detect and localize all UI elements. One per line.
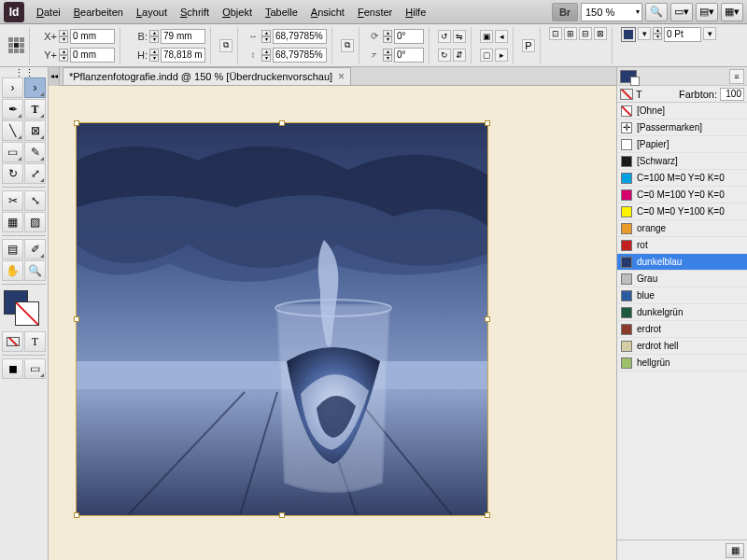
fit-content-icon[interactable]: ⊡ — [549, 27, 562, 40]
gradient-feather-tool[interactable]: ▨ — [24, 212, 46, 232]
note-tool[interactable]: ▤ — [2, 239, 23, 259]
free-transform-tool[interactable]: ⤡ — [24, 190, 46, 211]
zoom-select[interactable]: 150 % — [581, 3, 642, 21]
close-tab-icon[interactable]: × — [338, 70, 345, 83]
swatch-row[interactable]: dunkelgrün — [617, 304, 747, 321]
x-spinner[interactable]: ▴▾ — [59, 30, 68, 43]
scale-tool[interactable]: ⤢ — [24, 163, 46, 184]
container-fill-icon[interactable] — [620, 89, 633, 100]
handle-top-right[interactable] — [485, 120, 490, 126]
shear-spinner[interactable]: ▴▾ — [383, 49, 392, 62]
link-scale-icon[interactable]: ⧉ — [341, 39, 354, 52]
handle-mid-right[interactable] — [485, 316, 490, 322]
fit-prop-icon[interactable]: ⊠ — [594, 27, 607, 40]
swatch-row[interactable]: dunkelblau — [617, 254, 747, 271]
handle-bot-right[interactable] — [485, 512, 490, 518]
link-wh-icon[interactable]: ⧉ — [219, 39, 233, 52]
swatch-row[interactable]: [Schwarz] — [617, 153, 747, 170]
arrange-icon[interactable]: ▤▾ — [696, 3, 718, 21]
handle-bot-mid[interactable] — [279, 512, 285, 518]
workspace-icon[interactable]: ▦▾ — [721, 3, 743, 21]
pencil-tool[interactable]: ✎ — [24, 142, 46, 162]
tint-input[interactable] — [720, 88, 744, 101]
swatch-row[interactable]: C=0 M=100 Y=0 K=0 — [617, 187, 747, 203]
menu-bjekt[interactable]: Objekt — [216, 7, 259, 18]
x-input[interactable] — [70, 29, 115, 44]
stroke-weight-spinner[interactable]: ▴▾ — [653, 27, 662, 64]
swatch-row[interactable]: [Ohne] — [617, 103, 747, 119]
fill-swatch-mini[interactable] — [621, 27, 636, 42]
rotate-ccw-icon[interactable]: ↺ — [438, 30, 451, 43]
gradient-tool[interactable]: ▦ — [2, 212, 23, 232]
menu-ilfe[interactable]: Hilfe — [399, 7, 432, 18]
header-fill-swatch[interactable] — [620, 70, 637, 83]
menu-ayout[interactable]: Layout — [130, 7, 174, 18]
canvas[interactable] — [49, 86, 616, 560]
swatch-row[interactable]: C=0 M=0 Y=100 K=0 — [617, 203, 747, 220]
handle-bot-left[interactable] — [74, 512, 79, 518]
swatch-row[interactable]: Grau — [617, 271, 747, 287]
apply-color-icon[interactable]: ◼ — [2, 358, 23, 379]
menu-earbeiten[interactable]: Bearbeiten — [67, 7, 130, 18]
swatch-row[interactable]: blue — [617, 287, 747, 304]
scale-y-input[interactable] — [273, 48, 327, 63]
text-wrap-icon[interactable]: P — [522, 39, 535, 52]
center-content-icon[interactable]: ⊟ — [579, 27, 592, 40]
swatch-row[interactable]: hellgrün — [617, 355, 747, 371]
formatting-affects-text-icon[interactable]: T — [24, 331, 46, 352]
search-icon[interactable]: 🔍 — [645, 3, 668, 21]
menu-abelle[interactable]: Tabelle — [259, 7, 304, 18]
text-fill-icon[interactable]: T — [636, 89, 649, 100]
handle-mid-left[interactable] — [74, 316, 79, 322]
eyedropper-tool[interactable]: ✐ — [24, 239, 46, 259]
y-input[interactable] — [70, 48, 115, 63]
screen-mode-tool[interactable]: ▭ — [24, 358, 46, 379]
shear-input[interactable] — [394, 48, 424, 63]
swatch-row[interactable]: rot — [617, 237, 747, 254]
y-spinner[interactable]: ▴▾ — [59, 49, 68, 62]
rotate-input[interactable] — [394, 29, 424, 44]
scissors-tool[interactable]: ✂ — [2, 190, 23, 211]
apply-fill-icon[interactable] — [2, 331, 23, 352]
select-next-icon[interactable]: ▸ — [495, 49, 508, 62]
document-tab[interactable]: *Pflanzenfotografie.indd @ 150 % [Überdr… — [63, 67, 351, 85]
sx-spinner[interactable]: ▴▾ — [261, 30, 271, 43]
swatch-row[interactable]: orange — [617, 220, 747, 237]
handle-top-left[interactable] — [74, 120, 79, 126]
frame-tool[interactable]: ⊠ — [24, 120, 46, 141]
h-spinner[interactable]: ▴▾ — [149, 49, 159, 62]
fill-dropdown-icon[interactable]: ▾ — [638, 27, 651, 40]
hand-tool[interactable]: ✋ — [2, 260, 23, 281]
rotate-tool[interactable]: ↻ — [2, 163, 23, 184]
handle-top-mid[interactable] — [279, 120, 285, 126]
type-tool[interactable]: T — [24, 99, 46, 119]
swatch-row[interactable]: C=100 M=0 Y=0 K=0 — [617, 170, 747, 187]
toolbox-grip[interactable]: ⋮⋮ — [2, 69, 46, 77]
rect-tool[interactable]: ▭ — [2, 142, 23, 162]
screen-mode-icon[interactable]: ▭▾ — [670, 3, 693, 21]
swatch-row[interactable]: erdrot — [617, 321, 747, 338]
direct-select-tool[interactable]: › — [24, 77, 46, 98]
selection-tool[interactable]: › — [2, 77, 23, 98]
h-input[interactable] — [161, 48, 205, 63]
new-swatch-icon[interactable]: ▦ — [726, 543, 744, 558]
menu-atei[interactable]: Datei — [30, 7, 67, 18]
menu-enster[interactable]: Fenster — [351, 7, 399, 18]
placed-image[interactable] — [77, 123, 487, 515]
flip-v-icon[interactable]: ⇵ — [453, 49, 466, 62]
zoom-tool[interactable]: 🔍 — [24, 260, 46, 281]
bridge-button[interactable]: Br — [552, 3, 578, 21]
rotate-cw-icon[interactable]: ↻ — [438, 49, 451, 62]
reference-point-grid[interactable] — [8, 37, 24, 53]
stroke-weight-dropdown[interactable]: ▾ — [703, 27, 716, 40]
swatch-row[interactable]: ✛[Passermarken] — [617, 119, 747, 136]
swatch-row[interactable]: [Papier] — [617, 136, 747, 153]
collapse-panels-icon[interactable]: ◂◂ — [49, 67, 60, 86]
fit-frame-icon[interactable]: ⊞ — [564, 27, 577, 40]
select-prev-icon[interactable]: ◂ — [495, 30, 508, 43]
swatch-row[interactable]: erdrot hell — [617, 338, 747, 355]
menu-chrift[interactable]: Schrift — [174, 7, 216, 18]
w-spinner[interactable]: ▴▾ — [149, 30, 159, 43]
menu-nsicht[interactable]: Ansicht — [304, 7, 351, 18]
stroke-weight-input[interactable] — [664, 27, 701, 42]
